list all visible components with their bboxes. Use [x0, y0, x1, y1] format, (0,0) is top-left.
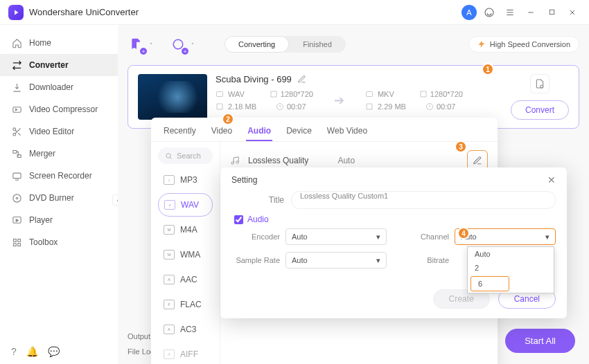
sidebar-item-dvd[interactable]: DVD Burner — [0, 187, 118, 209]
tab-converting[interactable]: Converting — [225, 36, 289, 53]
channel-option-2[interactable]: 2 — [468, 261, 554, 275]
tab-audio[interactable]: Audio — [246, 122, 272, 141]
source-meta: WAV1280*720 2.18 MB00:07 — [216, 90, 313, 111]
grid-icon — [11, 237, 22, 248]
download-icon — [11, 82, 22, 93]
titlebar: Wondershare UniConverter A — [0, 0, 589, 25]
avatar[interactable]: A — [461, 5, 477, 20]
sidebar-item-label: Merger — [29, 149, 55, 158]
svg-rect-11 — [13, 239, 16, 242]
format-m4a[interactable]: MM4A — [158, 218, 213, 242]
format-wav[interactable]: ♪WAV — [158, 193, 213, 217]
status-segment: Converting Finished — [225, 36, 346, 53]
svg-rect-19 — [366, 92, 372, 97]
close-button[interactable] — [564, 4, 581, 21]
tab-finished[interactable]: Finished — [289, 36, 346, 53]
channel-select[interactable]: Auto▾ — [455, 228, 556, 245]
sidebar-item-recorder[interactable]: Screen Recorder — [0, 165, 118, 187]
minimize-button[interactable] — [522, 4, 539, 21]
encoder-select[interactable]: Auto▾ — [285, 228, 387, 245]
format-list: Search ♪MP3 ♪WAV MM4A WWMA AAAC FFLAC AA… — [151, 142, 220, 364]
sample-rate-select[interactable]: Auto▾ — [285, 252, 387, 269]
channel-option-6[interactable]: 6 — [471, 276, 509, 291]
dest-meta: MKV1280*720 2.29 MB00:07 — [365, 90, 463, 111]
svg-point-22 — [540, 85, 543, 88]
feedback-icon[interactable]: 💬 — [48, 346, 60, 357]
search-input[interactable]: Search — [158, 147, 213, 164]
format-wma[interactable]: WWMA — [158, 243, 213, 266]
merger-icon — [11, 148, 22, 159]
svg-rect-16 — [217, 92, 223, 97]
close-icon[interactable]: ✕ — [547, 174, 556, 185]
sidebar-item-label: Toolbox — [29, 237, 58, 247]
svg-rect-13 — [13, 243, 16, 246]
svg-rect-12 — [17, 239, 20, 242]
settings-dialog: Setting ✕ Title Lossless Quality Custom1… — [220, 167, 567, 318]
sidebar-item-label: Video Compressor — [29, 104, 98, 114]
sidebar-item-label: Screen Recorder — [29, 171, 92, 181]
callout-2: 2 — [222, 113, 234, 125]
menu-icon[interactable] — [502, 4, 518, 21]
play-icon — [11, 215, 22, 226]
bottom-info: Output File Loc — [128, 332, 155, 356]
svg-point-23 — [166, 153, 170, 157]
callout-1: 1 — [482, 63, 494, 75]
help-icon[interactable]: ? — [11, 346, 17, 357]
sidebar-item-player[interactable]: Player — [0, 209, 118, 231]
recorder-icon — [11, 170, 22, 181]
svg-point-15 — [173, 39, 183, 49]
svg-rect-7 — [12, 173, 20, 179]
dialog-title: Setting — [231, 175, 257, 185]
video-thumbnail[interactable] — [138, 74, 207, 120]
format-ac3[interactable]: AAC3 — [158, 318, 213, 341]
title-label: Title — [231, 195, 284, 205]
callout-3: 3 — [455, 140, 467, 153]
add-url-button[interactable]: + — [169, 35, 187, 53]
audio-section-toggle[interactable]: Audio — [234, 215, 556, 224]
channel-option-auto[interactable]: Auto — [468, 247, 554, 261]
start-all-button[interactable]: Start All — [505, 329, 575, 353]
format-flac[interactable]: FFLAC — [158, 293, 213, 316]
music-icon — [230, 156, 240, 165]
preset-value: Auto — [337, 156, 355, 165]
svg-rect-5 — [12, 150, 16, 153]
output-settings-button[interactable] — [530, 74, 550, 93]
callout-4: 4 — [457, 227, 470, 239]
sidebar-item-downloader[interactable]: Downloader — [0, 76, 118, 98]
notifications-icon[interactable]: 🔔 — [26, 346, 38, 357]
svg-point-8 — [12, 194, 20, 201]
format-mp3[interactable]: ♪MP3 — [158, 168, 213, 192]
convert-button[interactable]: Convert — [511, 100, 569, 120]
sidebar-item-compressor[interactable]: Video Compressor — [0, 98, 118, 120]
sidebar-item-editor[interactable]: Video Editor — [0, 120, 118, 143]
tab-device[interactable]: Device — [285, 122, 313, 141]
home-icon — [11, 37, 22, 48]
sidebar-item-converter[interactable]: Converter — [0, 54, 118, 76]
svg-rect-14 — [17, 243, 20, 246]
sidebar-item-label: Home — [29, 38, 51, 48]
format-aac[interactable]: AAAC — [158, 268, 213, 291]
tab-recently[interactable]: Recently — [162, 122, 197, 141]
svg-point-25 — [236, 161, 239, 164]
sidebar-item-label: Video Editor — [29, 127, 74, 136]
app-logo — [8, 5, 24, 20]
sidebar: Home Converter Downloader Video Compress… — [0, 25, 118, 364]
tab-webvideo[interactable]: Web Video — [326, 122, 369, 141]
svg-point-24 — [231, 162, 234, 165]
brand-name: Wondershare UniConverter — [29, 7, 139, 17]
maximize-button[interactable] — [543, 4, 560, 21]
sidebar-item-toolbox[interactable]: Toolbox — [0, 231, 118, 253]
edit-title-icon[interactable] — [297, 75, 306, 84]
format-aiff[interactable]: AAIFF — [158, 343, 213, 364]
high-speed-toggle[interactable]: High Speed Conversion — [468, 36, 579, 53]
add-file-button[interactable]: + — [128, 35, 146, 53]
svg-rect-1 — [550, 10, 554, 14]
audio-checkbox[interactable] — [234, 215, 243, 224]
sidebar-item-label: Converter — [29, 60, 69, 70]
sidebar-item-home[interactable]: Home — [0, 32, 118, 54]
sidebar-item-label: Player — [29, 215, 53, 225]
channel-dropdown: Auto 2 6 — [467, 246, 554, 293]
sidebar-item-merger[interactable]: Merger — [0, 143, 118, 165]
title-input[interactable]: Lossless Quality Custom1 — [291, 191, 556, 209]
support-icon[interactable] — [481, 4, 498, 21]
